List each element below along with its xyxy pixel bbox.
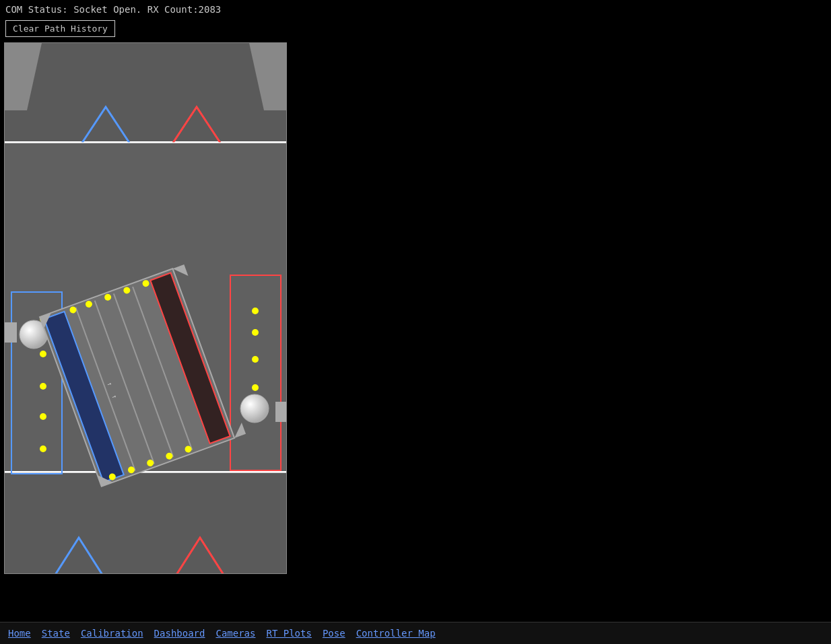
com-status: COM Status: Socket Open. RX Count:2083 <box>0 0 831 17</box>
nav-state[interactable]: State <box>42 628 70 639</box>
nav-dashboard[interactable]: Dashboard <box>154 628 205 639</box>
nav-controller-map[interactable]: Controller Map <box>356 628 436 639</box>
field-top-section <box>5 43 286 143</box>
nav-home[interactable]: Home <box>8 628 31 639</box>
field-mid-section <box>5 143 286 472</box>
right-area <box>287 42 831 574</box>
nav-bar: Home State Calibration Dashboard Cameras… <box>0 622 831 644</box>
nav-rt-plots[interactable]: RT Plots <box>266 628 311 639</box>
main-area: → → ↑ <box>0 40 831 574</box>
field-bot-section <box>5 472 286 574</box>
nav-pose[interactable]: Pose <box>323 628 345 639</box>
blue-v-top <box>82 107 129 144</box>
nav-calibration[interactable]: Calibration <box>81 628 143 639</box>
field-canvas: → → ↑ <box>4 42 287 574</box>
clear-path-history-button[interactable]: Clear Path History <box>5 20 115 37</box>
nav-cameras[interactable]: Cameras <box>215 628 255 639</box>
